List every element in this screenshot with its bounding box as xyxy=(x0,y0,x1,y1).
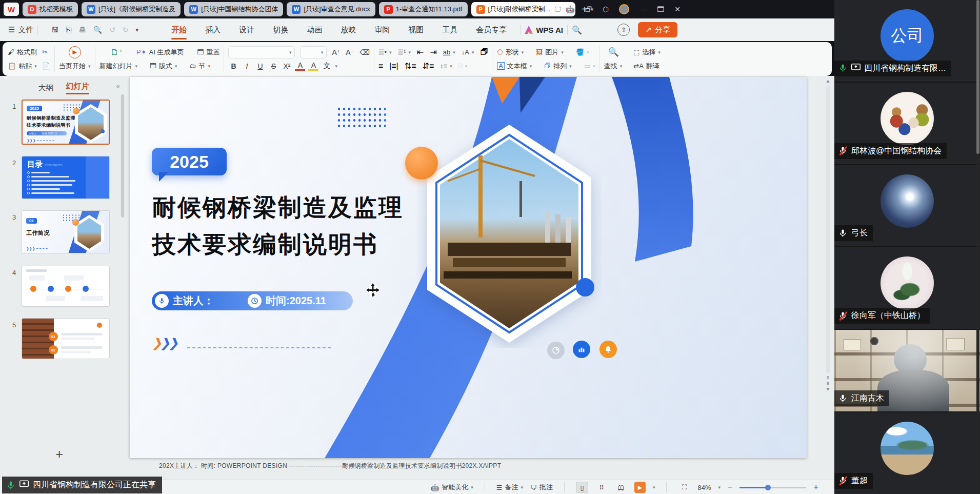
tab-animation[interactable]: 动画 xyxy=(297,18,331,41)
print-icon[interactable]: 🖶 xyxy=(79,26,86,34)
reading-view-button[interactable]: 🕮 xyxy=(615,482,627,493)
fill-color-button[interactable]: 🪣▾ xyxy=(576,48,589,56)
translate-button[interactable]: ⇄A翻译 xyxy=(633,62,659,71)
share-button[interactable]: ↗ 分享 xyxy=(638,22,677,37)
line-spacing-up-icon[interactable]: ⇅≡ xyxy=(405,61,416,71)
upload-cloud-icon[interactable]: ⇧ xyxy=(617,24,630,36)
font-name-select[interactable]: ▾ xyxy=(228,46,295,58)
tab-design[interactable]: 设计 xyxy=(230,18,264,41)
numbered-list-button[interactable]: ☰¹▾ xyxy=(397,48,411,56)
play-from-current-button[interactable]: 当页开始▾ xyxy=(59,62,91,71)
participant-tile-6[interactable]: 董超 xyxy=(834,412,980,494)
reset-button[interactable]: 🗔重置 xyxy=(197,48,219,57)
zoom-slider[interactable] xyxy=(739,487,806,488)
search-icon[interactable]: 🔍 xyxy=(572,25,582,35)
scroll-up-icon[interactable]: ▲ xyxy=(825,78,831,84)
account-avatar[interactable] xyxy=(619,4,629,14)
play-from-current-icon[interactable]: ▶ xyxy=(69,46,81,58)
arrange-button[interactable]: 🗇排列▾ xyxy=(544,62,572,71)
participant-tile-4[interactable]: 徐向军（中铁山桥） xyxy=(834,247,980,329)
tab-pdf-notice[interactable]: P 1-审查会通知11.13.pdf xyxy=(379,2,468,16)
tab-doc-association[interactable]: W [只读]中国钢结构协会团体 xyxy=(184,2,283,16)
pinyin-guide-button[interactable]: 文 xyxy=(322,62,332,71)
tab-insert[interactable]: 插入 xyxy=(196,18,230,41)
thumbnail-scrollbar[interactable] xyxy=(121,94,124,218)
prev-slide-icon[interactable]: ⇞ xyxy=(825,375,831,381)
align-left-icon[interactable]: ≡ xyxy=(378,62,383,71)
participant-tile-3[interactable]: 弓长 xyxy=(834,165,980,247)
ai-generate-page-button[interactable]: P✦AI 生成单页 xyxy=(136,48,184,57)
next-slide-icon[interactable]: ⇟ xyxy=(825,381,831,386)
presenter-banner[interactable]: 主讲人： 时间:2025.11 xyxy=(152,291,353,310)
slides-tab[interactable]: 幻灯片 xyxy=(66,82,89,94)
picture-button[interactable]: 🖼图片▾ xyxy=(536,48,564,57)
participant-tile-2[interactable]: 邱林波@中国钢结构协会 xyxy=(834,83,980,164)
tab-overview-icon[interactable]: 🗗 xyxy=(585,5,592,13)
normal-view-button[interactable]: ▯ xyxy=(576,482,588,493)
slide-thumbnail-4[interactable] xyxy=(22,266,110,307)
slide-thumbnail-2[interactable]: 目录 /CONTENTS xyxy=(22,156,110,199)
font-size-select[interactable]: ▾ xyxy=(300,46,327,58)
new-slide-button[interactable]: 新建幻灯片▾ xyxy=(99,62,138,71)
redo-icon[interactable]: ↻ xyxy=(123,26,129,34)
tab-member[interactable]: 会员专享 xyxy=(467,18,516,41)
superscript-button[interactable]: X² xyxy=(282,62,292,70)
outline-tab[interactable]: 大纲 xyxy=(38,83,54,93)
paste-special-button[interactable]: 📄 xyxy=(42,62,50,70)
slide-thumbnail-5[interactable]: 01 02 xyxy=(22,318,110,359)
line-spacing-down-icon[interactable]: ⇵≡ xyxy=(422,61,434,71)
undo-icon[interactable]: ↺ xyxy=(109,26,115,34)
tab-review[interactable]: 审阅 xyxy=(365,18,399,41)
tab-doc-review[interactable]: W [只读]审查会意见.docx xyxy=(287,2,375,16)
align-center-icon[interactable]: |≡| xyxy=(389,62,398,71)
char-spacing-button[interactable]: ab▾ xyxy=(443,48,455,56)
year-badge[interactable]: 2025 xyxy=(152,148,227,175)
doc-mode-icon[interactable]: 🖵 xyxy=(555,6,561,13)
print-preview-icon[interactable]: 🔍 xyxy=(93,26,102,34)
increase-font-button[interactable]: A⁺ xyxy=(332,48,341,56)
underline-button[interactable]: U xyxy=(255,62,265,70)
zoom-slider-knob[interactable] xyxy=(765,485,771,490)
workspace-cube-icon[interactable]: ⬡ xyxy=(603,5,609,13)
new-slide-icon[interactable]: 🗋⁺ xyxy=(111,47,123,57)
decrease-indent-icon[interactable]: ⇤ xyxy=(417,47,424,57)
cut-button[interactable]: ✂ xyxy=(42,48,48,56)
paste-button[interactable]: 📋粘贴▾ xyxy=(8,62,37,71)
zoom-percentage[interactable]: 84% xyxy=(697,484,711,491)
highlight-color-button[interactable]: A xyxy=(308,61,318,71)
minimize-button[interactable]: — xyxy=(639,5,647,13)
bold-button[interactable]: B xyxy=(228,62,238,70)
wps-home-icon[interactable]: W xyxy=(4,3,19,16)
screen-share-indicator[interactable]: 四川省钢构制造有限公司正在共享 xyxy=(2,477,162,493)
slideshow-play-button[interactable]: ▶ xyxy=(634,482,646,493)
find-button[interactable]: 查找▾ xyxy=(604,62,623,71)
text-direction-button[interactable]: ↓A▾ xyxy=(462,48,474,56)
tab-slideshow[interactable]: 放映 xyxy=(331,18,365,41)
line-spacing-button[interactable]: ↕≡▾ xyxy=(440,62,452,70)
zoom-in-button[interactable]: + xyxy=(813,483,818,492)
slide-title-line1[interactable]: 耐候钢桥梁制造及监理 xyxy=(152,192,404,224)
magnifier-icon[interactable]: 🔍 xyxy=(608,47,619,57)
comments-button[interactable]: 🗨批注 xyxy=(530,483,553,492)
tab-doc-naihou[interactable]: W [只读]《耐候钢桥梁制造及 xyxy=(82,2,181,16)
section-button[interactable]: 🗂节▾ xyxy=(190,62,211,71)
add-slide-button[interactable]: + xyxy=(55,446,63,462)
slide-thumbnail-1[interactable]: 2025 耐候钢桥梁制造及监理 技术要求编制说明书 主讲人：时间:2025.11… xyxy=(22,100,110,145)
maximize-button[interactable]: 🗖 xyxy=(657,5,664,13)
zoom-caret-icon[interactable]: ▾ xyxy=(718,485,721,490)
participant-tile-1[interactable]: 公司 四川省钢构制造有限… xyxy=(834,0,980,82)
fit-window-button[interactable]: ⛶ xyxy=(678,482,690,493)
tab-ppt-active[interactable]: P [只读]耐候钢桥梁制... 🖵 ✕ xyxy=(471,2,576,16)
textbox-button[interactable]: 🄰文本框▾ xyxy=(497,62,532,71)
paragraph-layout-button[interactable]: ⌸▾ xyxy=(458,62,467,70)
format-painter-button[interactable]: 🖌格式刷 xyxy=(8,48,37,57)
scroll-down-icon[interactable]: ▼ xyxy=(825,386,831,392)
outline-color-button[interactable]: ▭▾ xyxy=(584,62,595,70)
tab-home[interactable]: 开始 xyxy=(162,18,196,41)
slide-sorter-view-button[interactable]: ⠿ xyxy=(595,482,608,493)
zoom-out-button[interactable]: − xyxy=(728,483,732,492)
decrease-font-button[interactable]: A⁻ xyxy=(346,48,354,56)
tab-tools[interactable]: 工具 xyxy=(433,18,467,41)
tab-transition[interactable]: 切换 xyxy=(264,18,297,41)
layout-button[interactable]: 🗖版式▾ xyxy=(150,62,177,71)
